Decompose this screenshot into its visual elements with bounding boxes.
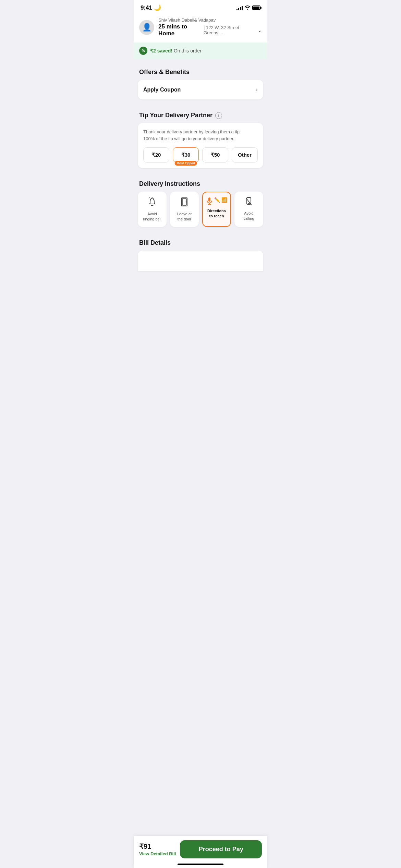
info-icon[interactable]: i: [215, 112, 222, 119]
leave-door-card[interactable]: Leave atthe door: [170, 192, 199, 227]
tip-title: Tip Your Delivery Partner: [139, 112, 212, 119]
chevron-right-icon: ›: [256, 86, 258, 93]
tip-description: Thank your delivery partner by leaving t…: [143, 129, 258, 142]
tip-30-amount: ₹30: [181, 152, 191, 158]
battery-icon: [252, 5, 260, 10]
tip-30-button[interactable]: ₹30 Most Tipped: [173, 147, 199, 162]
header-info: Shiv Vilash Dabeli& Vadapav 25 mins to H…: [158, 17, 262, 37]
avatar: 👤: [139, 20, 154, 35]
leave-door-label: Leave atthe door: [177, 212, 192, 222]
bill-section: Bill Details: [134, 232, 267, 305]
avoid-calling-card[interactable]: Avoidcalling: [234, 192, 263, 227]
instructions-grid: Avoidringing bell Leave atthe door: [134, 192, 267, 232]
bell-icon: [148, 197, 157, 209]
signal-icon: [236, 5, 243, 10]
tip-other-button[interactable]: Other: [232, 147, 258, 162]
no-call-icon: [245, 197, 253, 208]
tip-card: Thank your delivery partner by leaving t…: [138, 123, 263, 168]
directions-active-icons: ✏️ 📶: [206, 197, 227, 206]
most-tipped-badge: Most Tipped: [175, 161, 197, 166]
discount-badge: %: [139, 47, 147, 55]
bill-card: [138, 251, 263, 271]
avoid-calling-label: Avoidcalling: [243, 211, 254, 221]
bill-title: Bill Details: [134, 232, 267, 251]
tip-header: Tip Your Delivery Partner i: [134, 105, 267, 123]
avoid-bell-card[interactable]: Avoidringing bell: [138, 192, 167, 227]
tip-20-button[interactable]: ₹20: [143, 147, 169, 162]
chevron-down-icon[interactable]: ⌄: [258, 27, 262, 33]
delivery-instructions-section: Delivery Instructions Avoidringing bell: [134, 173, 267, 232]
avoid-bell-label: Avoidringing bell: [143, 212, 161, 222]
delivery-instructions-title: Delivery Instructions: [134, 173, 267, 192]
coupon-label: Apply Coupon: [143, 87, 181, 93]
delivery-address: | 122 W, 32 Street Greens ...: [204, 25, 255, 35]
tip-options: ₹20 ₹30 Most Tipped ₹50 Other: [143, 147, 258, 162]
tip-50-amount: ₹50: [211, 152, 220, 158]
svg-line-1: [149, 197, 150, 198]
status-time: 9:41 🌙: [141, 4, 161, 11]
svg-rect-6: [208, 197, 210, 202]
savings-suffix: On this order: [174, 48, 202, 53]
savings-banner: % ₹2 saved! On this order: [134, 43, 267, 59]
savings-text: ₹2 saved! On this order: [150, 48, 202, 53]
edit-icon: ✏️: [214, 197, 220, 206]
tip-50-button[interactable]: ₹50: [202, 147, 228, 162]
status-icons: [236, 5, 260, 11]
savings-amount: ₹2 saved!: [150, 48, 172, 53]
volume-icon: 📶: [221, 197, 227, 206]
door-icon: [180, 197, 189, 209]
header: 👤 Shiv Vilash Dabeli& Vadapav 25 mins to…: [134, 14, 267, 43]
status-bar: 9:41 🌙: [134, 0, 267, 14]
offers-section: Offers & Benefits Apply Coupon ›: [134, 62, 267, 99]
restaurant-name: Shiv Vilash Dabeli& Vadapav: [158, 17, 262, 23]
coupon-card[interactable]: Apply Coupon ›: [138, 80, 263, 99]
tip-20-amount: ₹20: [152, 152, 161, 158]
mic-icon: [206, 197, 213, 206]
directions-label: Directionsto reach: [207, 208, 226, 219]
wifi-icon: [245, 5, 250, 11]
delivery-time: 25 mins to Home: [158, 23, 201, 37]
person-icon: 👤: [142, 23, 151, 32]
offers-title: Offers & Benefits: [134, 62, 267, 80]
directions-card[interactable]: ✏️ 📶 Directionsto reach: [202, 192, 231, 227]
moon-icon: 🌙: [154, 4, 161, 11]
svg-point-4: [186, 202, 187, 203]
tip-other-amount: Other: [238, 152, 252, 158]
tip-section: Tip Your Delivery Partner i Thank your d…: [134, 105, 267, 168]
